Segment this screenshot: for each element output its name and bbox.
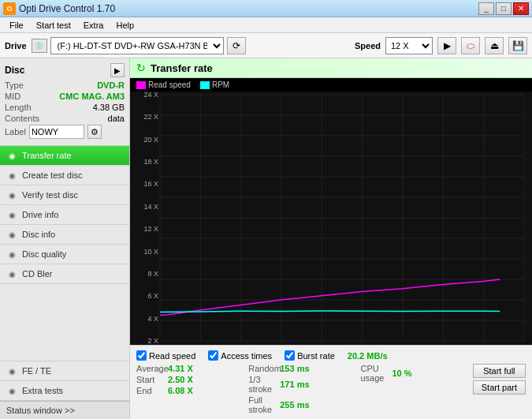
nav-fe-te[interactable]: ◉ FE / TE (0, 361, 129, 381)
fe-te-icon: ◉ (6, 365, 17, 376)
stat-end-val: 6.08 X (168, 386, 199, 395)
access-times-check: Access times (208, 350, 272, 361)
nav-drive-info-label: Drive info (22, 210, 58, 219)
burst-rate-value: 20.2 MB/s (348, 351, 388, 361)
close-button[interactable]: ✕ (513, 2, 529, 15)
drive-info-icon: ◉ (6, 209, 17, 220)
content-area: ↻ Transfer rate Read speed RPM (130, 58, 532, 419)
start-buttons: Start full Start part (473, 364, 526, 414)
chart-area: Read speed RPM (130, 78, 532, 345)
nav-extra-tests[interactable]: ◉ Extra tests (0, 381, 129, 401)
content-refresh-icon: ↻ (136, 62, 146, 74)
menubar: File Start test Extra Help (0, 17, 532, 33)
burst-rate-check: Burst rate (285, 350, 335, 361)
nav-create-disc-label: Create test disc (22, 170, 82, 180)
menu-start-test[interactable]: Start test (30, 19, 77, 32)
access-times-checkbox[interactable] (208, 350, 218, 361)
cd-bler-icon: ◉ (6, 268, 17, 279)
eject-button[interactable]: ⏏ (485, 37, 504, 54)
transfer-rate-chart (130, 92, 532, 345)
nav-disc-info-label: Disc info (22, 230, 55, 239)
nav-fe-te-label: FE / TE (22, 366, 51, 376)
titlebar: O Opti Drive Control 1.70 _ □ ✕ (0, 0, 532, 17)
speed-dropdown[interactable]: 12 X (385, 37, 433, 54)
stats-col-1: Average 4.31 X Start 2.50 X End 6.08 X (136, 364, 242, 414)
stat-full-stroke-key: Full stroke (248, 395, 277, 414)
nav-verify-disc-label: Verify test disc (22, 190, 78, 200)
disc-label-input[interactable] (29, 125, 84, 139)
erase-button[interactable]: ⬭ (461, 37, 480, 54)
menu-extra[interactable]: Extra (77, 19, 110, 32)
speed-label: Speed (355, 41, 381, 51)
disc-header: Disc ▶ (5, 63, 125, 77)
disc-contents-row: Contents data (5, 114, 125, 123)
drive-label: Drive (5, 41, 27, 51)
disc-info-icon: ◉ (6, 229, 17, 240)
nav-cd-bler-label: CD Bler (22, 269, 53, 279)
start-full-button[interactable]: Start full (473, 364, 526, 378)
minimize-button[interactable]: _ (478, 2, 494, 15)
burst-rate-checkbox[interactable] (285, 350, 295, 361)
window-controls: _ □ ✕ (478, 2, 529, 15)
nav-disc-quality-label: Disc quality (22, 249, 66, 259)
nav-cd-bler[interactable]: ◉ CD Bler (0, 264, 129, 284)
stat-end-row: End 6.08 X (136, 386, 242, 395)
maximize-button[interactable]: □ (496, 2, 512, 15)
disc-contents-value: data (108, 114, 125, 123)
app-icon: O (3, 2, 16, 15)
stat-1-3-stroke-row: 1/3 stroke 171 ms (248, 375, 354, 394)
disc-length-label: Length (5, 103, 32, 112)
sidebar-bottom: ◉ FE / TE ◉ Extra tests Status window >> (0, 361, 129, 419)
status-window-button[interactable]: Status window >> (0, 401, 129, 419)
nav-create-test-disc[interactable]: ◉ Create test disc (0, 166, 129, 185)
stat-cpu-row: CPU usage 10 % (361, 364, 467, 383)
legend-rpm-label: RPM (212, 80, 229, 89)
nav-transfer-rate[interactable]: ◉ Transfer rate (0, 146, 129, 166)
stats-bar: Read speed Access times Burst rate 20.2 … (130, 345, 532, 419)
read-speed-checkbox[interactable] (136, 350, 147, 361)
stat-1-3-stroke-val: 171 ms (280, 380, 311, 389)
read-speed-check: Read speed (136, 350, 195, 361)
stats-rows: Average 4.31 X Start 2.50 X End 6.08 X R… (136, 362, 526, 416)
legend-read-speed-color (136, 81, 146, 89)
drive-dropdown[interactable]: (F:) HL-DT-ST DVD+-RW GSA-H73N B103 (50, 37, 224, 54)
window-title: Opti Drive Control 1.70 (19, 3, 115, 14)
speed-apply-button[interactable]: ▶ (437, 37, 456, 54)
disc-length-value: 4.38 GB (93, 103, 125, 112)
nav-disc-quality[interactable]: ◉ Disc quality (0, 245, 129, 264)
stats-col-2: Random 153 ms 1/3 stroke 171 ms Full str… (248, 364, 354, 414)
verify-disc-icon: ◉ (6, 189, 17, 200)
menu-file[interactable]: File (3, 19, 30, 32)
nav-verify-test-disc[interactable]: ◉ Verify test disc (0, 185, 129, 205)
stat-average-row: Average 4.31 X (136, 364, 242, 373)
disc-label-row: Label ⚙ (5, 125, 125, 139)
content-header: ↻ Transfer rate (130, 58, 532, 78)
disc-arrow-button[interactable]: ▶ (110, 63, 125, 77)
disc-header-label: Disc (5, 65, 24, 76)
stat-average-key: Average (136, 364, 165, 373)
stat-random-key: Random (248, 364, 277, 373)
nav-drive-info[interactable]: ◉ Drive info (0, 205, 129, 225)
start-part-button[interactable]: Start part (473, 380, 526, 395)
label-gear-button[interactable]: ⚙ (87, 125, 102, 139)
stat-full-stroke-val: 255 ms (280, 400, 311, 410)
disc-type-row: Type DVD-R (5, 80, 125, 90)
disc-mid-label: MID (5, 92, 20, 101)
legend-read-speed: Read speed (136, 80, 191, 89)
stat-1-3-stroke-key: 1/3 stroke (248, 375, 277, 394)
nav-disc-info[interactable]: ◉ Disc info (0, 225, 129, 245)
stat-full-stroke-row: Full stroke 255 ms (248, 395, 354, 414)
drive-refresh-button[interactable]: ⟳ (227, 37, 246, 54)
status-window-label: Status window >> (6, 406, 75, 415)
stat-start-key: Start (136, 375, 165, 384)
disc-mid-row: MID CMC MAG. AM3 (5, 92, 125, 101)
disc-quality-icon: ◉ (6, 249, 17, 260)
checkboxes-row: Read speed Access times Burst rate 20.2 … (136, 349, 526, 362)
disc-label-label: Label (5, 127, 26, 137)
stat-end-key: End (136, 386, 165, 395)
titlebar-left: O Opti Drive Control 1.70 (3, 2, 115, 15)
save-button[interactable]: 💾 (508, 37, 527, 54)
disc-contents-label: Contents (5, 114, 39, 123)
menu-help[interactable]: Help (110, 19, 140, 32)
toolbar: Drive 💿 (F:) HL-DT-ST DVD+-RW GSA-H73N B… (0, 33, 532, 58)
